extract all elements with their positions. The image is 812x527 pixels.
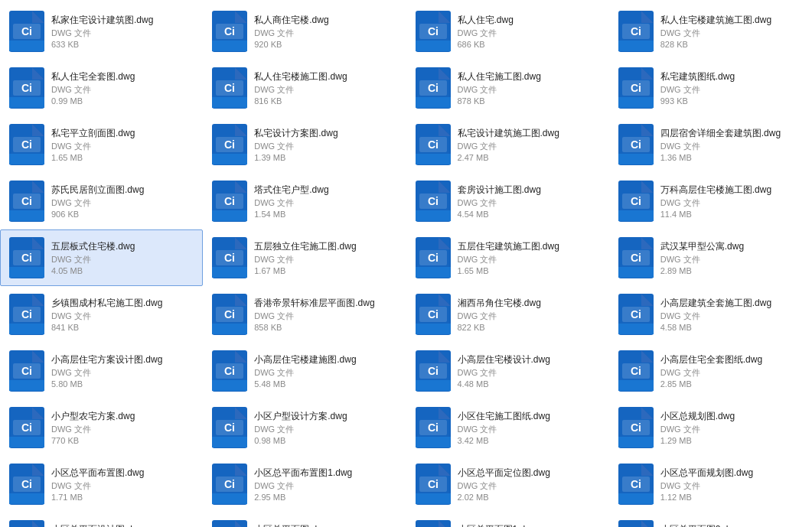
file-item[interactable]: Ci小区总平面设计图.dwgDWG 文件792 KB xyxy=(0,512,203,527)
file-item[interactable]: Ci万科高层住宅楼施工图.dwgDWG 文件11.4 MB xyxy=(609,173,812,229)
file-item[interactable]: Ci小高层住宅全套图纸.dwgDWG 文件2.85 MB xyxy=(609,343,812,399)
file-item[interactable]: Ci五层住宅建筑施工图.dwgDWG 文件1.65 MB xyxy=(406,229,609,286)
file-type: DWG 文件 xyxy=(660,424,804,435)
file-info: 私人住宅全套图.dwgDWG 文件0.99 MB xyxy=(51,70,194,106)
svg-rect-95 xyxy=(618,210,654,221)
file-item[interactable]: Ci私人住宅.dwgDWG 文件686 KB xyxy=(406,3,609,60)
file-item[interactable]: Ci小区住宅施工图纸.dwgDWG 文件3.42 MB xyxy=(406,399,609,456)
svg-text:Ci: Ci xyxy=(631,82,641,94)
svg-text:Ci: Ci xyxy=(21,25,32,37)
file-item[interactable]: Ci小区总平面定位图.dwgDWG 文件2.02 MB xyxy=(406,456,609,512)
file-item[interactable]: Ci小区总规划图.dwgDWG 文件1.29 MB xyxy=(609,399,812,456)
file-size: 1.29 MB xyxy=(660,436,804,445)
file-size: 841 KB xyxy=(51,323,194,332)
file-item[interactable]: Ci私宅设计建筑施工图.dwgDWG 文件2.47 MB xyxy=(406,116,609,173)
file-item[interactable]: Ci苏氏民居剖立面图.dwgDWG 文件906 KB xyxy=(0,173,203,229)
file-item[interactable]: Ci湘西吊角住宅楼.dwgDWG 文件822 KB xyxy=(406,286,609,343)
file-size: 993 KB xyxy=(660,96,804,106)
svg-text:Ci: Ci xyxy=(21,252,32,264)
svg-text:Ci: Ci xyxy=(224,308,235,320)
dwg-file-icon: Ci xyxy=(211,519,248,527)
file-type: DWG 文件 xyxy=(458,197,601,209)
svg-rect-71 xyxy=(618,154,654,164)
svg-rect-125 xyxy=(9,324,44,334)
file-item[interactable]: Ci塔式住宅户型.dwgDWG 文件1.54 MB xyxy=(203,173,406,229)
file-item[interactable]: Ci香港帝景轩标准层平面图.dwgDWG 文件858 KB xyxy=(203,286,406,343)
file-size: 906 KB xyxy=(51,210,194,219)
file-name: 小区总平面图2.dwg xyxy=(660,523,804,527)
file-size: 1.36 MB xyxy=(660,153,804,162)
svg-rect-155 xyxy=(212,380,247,391)
svg-text:Ci: Ci xyxy=(631,421,641,434)
file-item[interactable]: Ci小高层住宅方案设计图.dwgDWG 文件5.80 MB xyxy=(0,343,203,399)
file-item[interactable]: Ci小户型农宅方案.dwgDWG 文件770 KB xyxy=(0,399,203,456)
file-type: DWG 文件 xyxy=(458,28,601,39)
file-name: 私宅设计方案图.dwg xyxy=(254,127,397,140)
file-item[interactable]: Ci私人住宅全套图.dwgDWG 文件0.99 MB xyxy=(0,60,203,116)
file-size: 0.98 MB xyxy=(254,436,397,445)
file-item[interactable]: Ci小区户型设计方案.dwgDWG 文件0.98 MB xyxy=(203,399,406,456)
svg-rect-137 xyxy=(416,324,451,334)
file-name: 小高层住宅楼建施图.dwg xyxy=(254,353,397,366)
file-item[interactable]: Ci四层宿舍详细全套建筑图.dwgDWG 文件1.36 MB xyxy=(609,116,812,173)
file-item[interactable]: Ci小高层建筑全套施工图.dwgDWG 文件4.58 MB xyxy=(609,286,812,343)
svg-rect-5 xyxy=(9,41,44,51)
file-size: 1.71 MB xyxy=(51,493,194,502)
file-item[interactable]: Ci乡镇围成村私宅施工图.dwgDWG 文件841 KB xyxy=(0,286,203,343)
file-name: 四层宿舍详细全套建筑图.dwg xyxy=(660,127,804,140)
svg-rect-41 xyxy=(416,97,451,108)
dwg-file-icon: Ci xyxy=(211,67,248,109)
file-size: 4.05 MB xyxy=(51,266,194,275)
svg-rect-35 xyxy=(212,97,247,108)
file-item[interactable]: Ci小区总平面规划图.dwgDWG 文件1.12 MB xyxy=(609,456,812,512)
file-item[interactable]: Ci小高层住宅楼建施图.dwgDWG 文件5.48 MB xyxy=(203,343,406,399)
file-item[interactable]: Ci小区总平面图2.dwgDWG 文件1.75 MB xyxy=(609,512,812,527)
svg-rect-179 xyxy=(212,437,247,447)
file-size: 686 KB xyxy=(458,40,601,49)
file-size: 920 KB xyxy=(254,40,397,49)
file-item[interactable]: Ci私人商住宅楼.dwgDWG 文件920 KB xyxy=(203,3,406,60)
file-item[interactable]: Ci私人住宅楼建筑施工图.dwgDWG 文件828 KB xyxy=(609,3,812,60)
file-item[interactable]: Ci小高层住宅楼设计.dwgDWG 文件4.48 MB xyxy=(406,343,609,399)
svg-text:Ci: Ci xyxy=(428,308,439,320)
file-info: 小区总平面设计图.dwgDWG 文件792 KB xyxy=(51,523,194,527)
file-item[interactable]: Ci小区总平面图1.dwgDWG 文件964 KB xyxy=(406,512,609,527)
file-item[interactable]: Ci私家住宅设计建筑图.dwgDWG 文件633 KB xyxy=(0,3,203,60)
dwg-file-icon: Ci xyxy=(211,123,248,166)
svg-rect-77 xyxy=(9,210,44,221)
dwg-file-icon: Ci xyxy=(211,236,248,279)
svg-text:Ci: Ci xyxy=(631,478,641,490)
file-item[interactable]: Ci私宅设计方案图.dwgDWG 文件1.39 MB xyxy=(203,116,406,173)
svg-rect-143 xyxy=(618,324,654,334)
file-item[interactable]: Ci套房设计施工图.dwgDWG 文件4.54 MB xyxy=(406,173,609,229)
file-name: 私人住宅楼施工图.dwg xyxy=(254,70,397,83)
file-item[interactable]: Ci小区总平面布置图1.dwgDWG 文件2.95 MB xyxy=(203,456,406,512)
file-item[interactable]: Ci五层独立住宅施工图.dwgDWG 文件1.67 MB xyxy=(203,229,406,286)
file-item[interactable]: Ci五层板式住宅楼.dwgDWG 文件4.05 MB xyxy=(0,229,203,286)
file-item[interactable]: Ci小区总平面布置图.dwgDWG 文件1.71 MB xyxy=(0,456,203,512)
dwg-file-icon: Ci xyxy=(8,236,45,279)
file-type: DWG 文件 xyxy=(51,424,194,435)
file-item[interactable]: Ci武汉某甲型公寓.dwgDWG 文件2.89 MB xyxy=(609,229,812,286)
file-type: DWG 文件 xyxy=(458,141,601,152)
file-item[interactable]: Ci小区总平面图.dwgDWG 文件2.71 MB xyxy=(203,512,406,527)
file-info: 私宅平立剖面图.dwgDWG 文件1.65 MB xyxy=(51,127,194,163)
file-item[interactable]: Ci私宅平立剖面图.dwgDWG 文件1.65 MB xyxy=(0,116,203,173)
file-name: 小区总平面定位图.dwg xyxy=(458,467,601,480)
file-type: DWG 文件 xyxy=(51,84,194,96)
svg-rect-216 xyxy=(9,520,44,527)
svg-rect-131 xyxy=(212,324,247,334)
file-info: 小高层住宅方案设计图.dwgDWG 文件5.80 MB xyxy=(51,353,194,389)
file-grid: Ci私家住宅设计建筑图.dwgDWG 文件633 KBCi私人商住宅楼.dwgD… xyxy=(0,0,812,527)
file-item[interactable]: Ci私宅建筑图纸.dwgDWG 文件993 KB xyxy=(609,60,812,116)
file-info: 私人住宅施工图.dwgDWG 文件878 KB xyxy=(458,70,601,106)
file-name: 塔式住宅户型.dwg xyxy=(254,184,397,197)
svg-rect-228 xyxy=(416,520,451,527)
file-size: 633 KB xyxy=(51,40,194,49)
dwg-file-icon: Ci xyxy=(415,123,452,166)
file-item[interactable]: Ci私人住宅施工图.dwgDWG 文件878 KB xyxy=(406,60,609,116)
file-item[interactable]: Ci私人住宅楼施工图.dwgDWG 文件816 KB xyxy=(203,60,406,116)
file-info: 私宅设计建筑施工图.dwgDWG 文件2.47 MB xyxy=(458,127,601,163)
dwg-file-icon: Ci xyxy=(8,123,45,166)
file-info: 小区总平面布置图1.dwgDWG 文件2.95 MB xyxy=(254,467,397,503)
